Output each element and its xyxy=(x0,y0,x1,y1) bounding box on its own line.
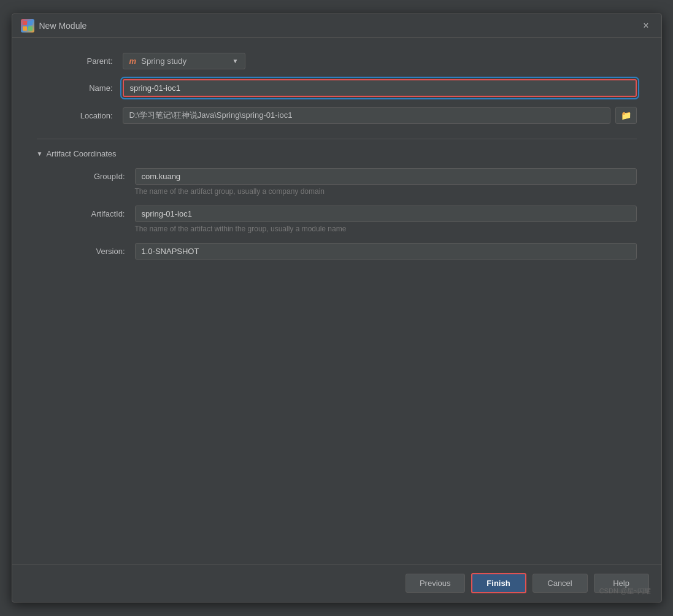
watermark: CSDN @星~闪耀 xyxy=(599,587,652,596)
name-row: Name: xyxy=(37,79,637,97)
artifact-section-label: Artifact Coordinates xyxy=(46,149,116,158)
svg-rect-3 xyxy=(28,26,33,31)
previous-button[interactable]: Previous xyxy=(406,574,465,593)
name-label: Name: xyxy=(37,83,123,93)
new-module-dialog: New Module × Parent: m Spring study ▼ Na… xyxy=(12,13,662,603)
version-input[interactable] xyxy=(135,243,637,260)
name-input[interactable] xyxy=(123,79,637,97)
group-id-row: GroupId: The name of the artifact group,… xyxy=(37,168,637,203)
location-control: 📁 xyxy=(123,107,637,124)
group-id-hint: The name of the artifact group, usually … xyxy=(135,187,637,196)
location-label: Location: xyxy=(37,111,123,120)
chevron-down-icon: ▼ xyxy=(233,58,239,64)
svg-rect-1 xyxy=(28,21,33,25)
browse-folder-button[interactable]: 📁 xyxy=(615,107,637,124)
parent-value: Spring study xyxy=(141,56,187,66)
folder-icon: 📁 xyxy=(621,110,631,120)
location-row: Location: 📁 xyxy=(37,107,637,124)
title-bar-left: New Module xyxy=(21,19,87,33)
artifact-id-field-wrapper: The name of the artifact within the grou… xyxy=(135,206,637,241)
title-bar: New Module × xyxy=(12,14,661,38)
artifact-id-row: ArtifactId: The name of the artifact wit… xyxy=(37,206,637,241)
artifact-id-input[interactable] xyxy=(135,206,637,222)
version-label: Version: xyxy=(37,243,135,256)
app-icon xyxy=(21,19,34,33)
dialog-title: New Module xyxy=(39,21,87,31)
version-field-wrapper xyxy=(135,243,637,260)
close-button[interactable]: × xyxy=(639,20,652,32)
parent-label: Parent: xyxy=(37,56,123,66)
svg-rect-0 xyxy=(23,21,27,25)
maven-icon: m xyxy=(129,56,137,66)
dialog-footer: Previous Finish Cancel Help xyxy=(12,564,661,602)
artifact-id-hint: The name of the artifact within the grou… xyxy=(135,225,637,233)
artifact-section-header: ▼ Artifact Coordinates xyxy=(37,149,637,158)
parent-dropdown[interactable]: m Spring study ▼ xyxy=(123,53,245,69)
divider xyxy=(37,139,637,139)
footer-container: Previous Finish Cancel Help CSDN @星~闪耀 xyxy=(12,564,661,602)
cancel-button[interactable]: Cancel xyxy=(533,574,588,593)
svg-rect-2 xyxy=(23,26,27,31)
group-id-label: GroupId: xyxy=(37,168,135,181)
artifact-id-label: ArtifactId: xyxy=(37,206,135,218)
group-id-field-wrapper: The name of the artifact group, usually … xyxy=(135,168,637,203)
collapse-icon[interactable]: ▼ xyxy=(37,150,43,157)
artifact-section: ▼ Artifact Coordinates GroupId: The name… xyxy=(37,149,637,262)
group-id-input[interactable] xyxy=(135,168,637,185)
name-field-wrapper xyxy=(123,79,637,97)
parent-row: Parent: m Spring study ▼ xyxy=(37,53,637,69)
parent-control: m Spring study ▼ xyxy=(123,53,637,69)
finish-button[interactable]: Finish xyxy=(471,573,526,593)
location-input[interactable] xyxy=(123,107,610,124)
dialog-body: Parent: m Spring study ▼ Name: Location: xyxy=(12,38,661,564)
version-row: Version: xyxy=(37,243,637,260)
